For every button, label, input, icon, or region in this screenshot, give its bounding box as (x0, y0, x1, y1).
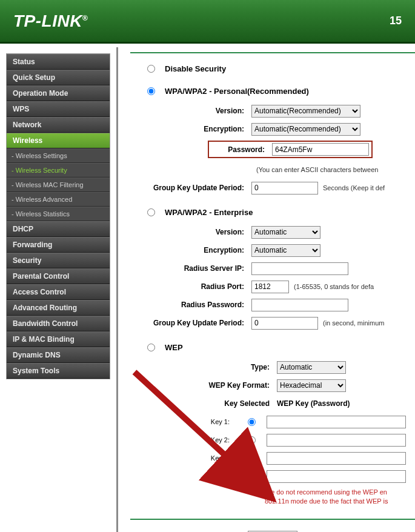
section-wpa-enterprise: WPA/WPA2 - Enterprise (165, 208, 253, 217)
radio-wep-key-3[interactable] (248, 454, 256, 462)
label-radius-port: Radius Port: (130, 282, 251, 291)
input-ent-gkup[interactable] (251, 317, 318, 330)
select-encryption[interactable]: Automatic(Recommended) (251, 123, 360, 136)
sidebar-item-forwarding[interactable]: Forwarding (7, 237, 110, 253)
label-wep-type: Type: (130, 363, 277, 371)
label-ent-version: Version: (130, 228, 251, 236)
sidebar-item-parental-control[interactable]: Parental Control (7, 268, 110, 284)
sidebar-item-network[interactable]: Network (7, 117, 110, 133)
password-highlight: Password: (208, 141, 373, 158)
sidebar-item-operation-mode[interactable]: Operation Mode (7, 85, 110, 101)
sidebar-sub--wireless-security[interactable]: - Wireless Security (7, 163, 110, 178)
divider (130, 52, 415, 53)
label-key-selected: Key Selected (130, 399, 277, 408)
hint-gkup: Seconds (Keep it def (323, 184, 385, 191)
radio-wep-key-1[interactable] (248, 418, 256, 426)
input-radius-port[interactable] (251, 281, 289, 293)
radio-wep-key-2[interactable] (248, 436, 256, 444)
sidebar-item-wps[interactable]: WPS (7, 101, 110, 117)
divider-bottom (130, 519, 415, 520)
sidebar-item-access-control[interactable]: Access Control (7, 284, 110, 300)
header: TP-LINK® 15 (0, 0, 415, 44)
label-ent-encryption: Encryption: (130, 246, 251, 254)
radio-wep[interactable] (147, 344, 155, 351)
label-encryption: Encryption: (130, 125, 251, 133)
input-password[interactable] (272, 143, 369, 156)
label-radius-ip: Radius Server IP: (130, 264, 251, 273)
hint-radius-port: (1-65535, 0 stands for defa (294, 283, 374, 290)
input-wep-key-4[interactable] (267, 470, 406, 483)
input-radius-pw[interactable] (251, 299, 348, 311)
sidebar-item-system-tools[interactable]: System Tools (7, 363, 110, 379)
logo: TP-LINK® (13, 12, 88, 31)
radio-wep-key-4[interactable] (248, 473, 256, 480)
label-wep-key-2: Key 2: (130, 436, 237, 444)
label-wep-key-1: Key 1: (130, 418, 237, 425)
label-ent-gkup: Group Key Update Period: (130, 319, 251, 327)
select-wep-format[interactable]: Hexadecimal (277, 379, 346, 392)
label-wep-format: WEP Key Format: (130, 381, 277, 390)
select-wep-type[interactable]: Automatic (277, 361, 346, 374)
label-wep-key-3: Key 3: (130, 454, 237, 462)
sidebar: StatusQuick SetupOperation ModeWPSNetwor… (6, 53, 110, 379)
section-wep: WEP (165, 343, 183, 352)
input-radius-ip[interactable] (251, 262, 348, 275)
input-wep-key-2[interactable] (267, 434, 406, 447)
label-wep-key-4: Key 4: (130, 473, 237, 480)
sidebar-item-ip-mac-binding[interactable]: IP & MAC Binding (7, 331, 110, 347)
select-ent-version[interactable]: Automatic (251, 226, 320, 239)
sidebar-item-wireless[interactable]: Wireless (7, 133, 110, 148)
sidebar-sub--wireless-mac-filtering[interactable]: - Wireless MAC Filtering (7, 178, 110, 192)
section-wpa-personal: WPA/WPA2 - Personal(Recommended) (165, 87, 309, 96)
label-gkup: Group Key Update Period: (130, 184, 251, 192)
sidebar-item-quick-setup[interactable]: Quick Setup (7, 70, 110, 85)
radio-wpa-personal[interactable] (147, 87, 155, 95)
model-number: 15 (390, 15, 402, 27)
sidebar-item-dynamic-dns[interactable]: Dynamic DNS (7, 347, 110, 363)
radio-wpa-enterprise[interactable] (147, 208, 155, 216)
input-wep-key-1[interactable] (267, 416, 406, 428)
sidebar-item-advanced-routing[interactable]: Advanced Routing (7, 300, 110, 316)
sidebar-item-bandwidth-control[interactable]: Bandwidth Control (7, 316, 110, 331)
sidebar-sub--wireless-settings[interactable]: - Wireless Settings (7, 148, 110, 163)
radio-disable-security[interactable] (147, 65, 155, 73)
select-ent-encryption[interactable]: Automatic (251, 244, 320, 257)
sidebar-sub--wireless-advanced[interactable]: - Wireless Advanced (7, 192, 110, 207)
wep-warning: We do not recommend using the WEP en802.… (265, 488, 415, 507)
sidebar-sub--wireless-statistics[interactable]: - Wireless Statistics (7, 207, 110, 221)
content: Disable Security WPA/WPA2 - Personal(Rec… (116, 47, 415, 532)
section-disable: Disable Security (165, 64, 226, 73)
hint-password: (You can enter ASCII characters between (256, 166, 378, 173)
hint-ent-gkup: (in second, minimum (323, 319, 384, 327)
input-wep-key-3[interactable] (267, 452, 406, 465)
input-gkup[interactable] (251, 182, 318, 195)
sidebar-item-status[interactable]: Status (7, 54, 110, 70)
select-version[interactable]: Automatic(Recommended) (251, 105, 360, 118)
label-radius-pw: Radius Password: (130, 301, 251, 309)
label-version: Version: (130, 107, 251, 115)
label-wep-key-header: WEP Key (Password) (277, 399, 350, 408)
label-password: Password: (211, 145, 272, 154)
sidebar-item-dhcp[interactable]: DHCP (7, 221, 110, 237)
sidebar-item-security[interactable]: Security (7, 253, 110, 268)
